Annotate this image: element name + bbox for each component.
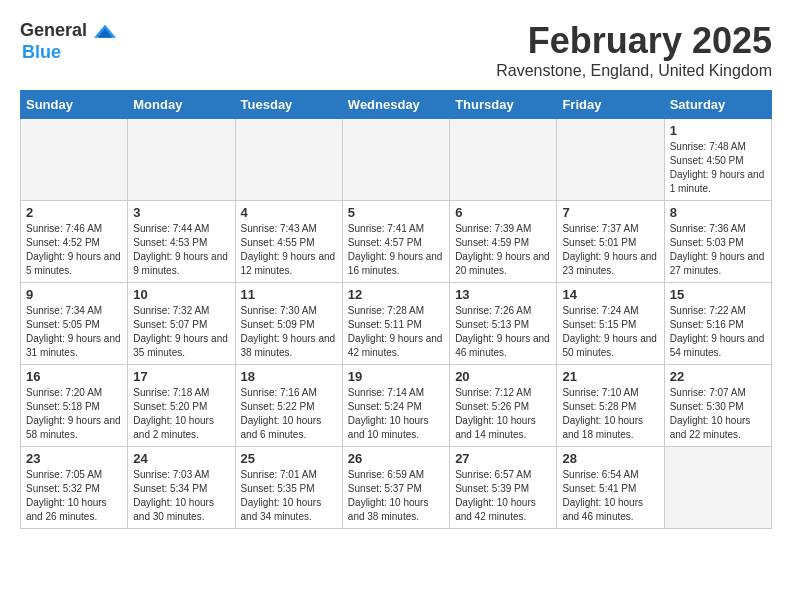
day-info: Sunrise: 7:26 AM Sunset: 5:13 PM Dayligh… [455,304,551,360]
day-number: 11 [241,287,337,302]
month-title: February 2025 [496,20,772,62]
day-number: 9 [26,287,122,302]
calendar-week-4: 23Sunrise: 7:05 AM Sunset: 5:32 PM Dayli… [21,447,772,529]
day-number: 15 [670,287,766,302]
day-number: 25 [241,451,337,466]
calendar-cell [128,119,235,201]
day-number: 1 [670,123,766,138]
day-info: Sunrise: 7:36 AM Sunset: 5:03 PM Dayligh… [670,222,766,278]
calendar-cell: 17Sunrise: 7:18 AM Sunset: 5:20 PM Dayli… [128,365,235,447]
day-info: Sunrise: 6:54 AM Sunset: 5:41 PM Dayligh… [562,468,658,524]
calendar-cell: 23Sunrise: 7:05 AM Sunset: 5:32 PM Dayli… [21,447,128,529]
calendar-cell: 16Sunrise: 7:20 AM Sunset: 5:18 PM Dayli… [21,365,128,447]
day-number: 27 [455,451,551,466]
calendar-cell [664,447,771,529]
day-number: 22 [670,369,766,384]
day-info: Sunrise: 7:05 AM Sunset: 5:32 PM Dayligh… [26,468,122,524]
day-info: Sunrise: 7:03 AM Sunset: 5:34 PM Dayligh… [133,468,229,524]
calendar-cell: 28Sunrise: 6:54 AM Sunset: 5:41 PM Dayli… [557,447,664,529]
day-number: 13 [455,287,551,302]
weekday-row: SundayMondayTuesdayWednesdayThursdayFrid… [21,91,772,119]
day-number: 8 [670,205,766,220]
weekday-header-monday: Monday [128,91,235,119]
calendar-cell: 20Sunrise: 7:12 AM Sunset: 5:26 PM Dayli… [450,365,557,447]
day-info: Sunrise: 7:22 AM Sunset: 5:16 PM Dayligh… [670,304,766,360]
calendar-cell [342,119,449,201]
calendar-cell: 27Sunrise: 6:57 AM Sunset: 5:39 PM Dayli… [450,447,557,529]
day-number: 26 [348,451,444,466]
weekday-header-saturday: Saturday [664,91,771,119]
day-number: 18 [241,369,337,384]
day-number: 7 [562,205,658,220]
calendar-cell: 2Sunrise: 7:46 AM Sunset: 4:52 PM Daylig… [21,201,128,283]
calendar-cell: 8Sunrise: 7:36 AM Sunset: 5:03 PM Daylig… [664,201,771,283]
calendar-cell: 26Sunrise: 6:59 AM Sunset: 5:37 PM Dayli… [342,447,449,529]
calendar-table: SundayMondayTuesdayWednesdayThursdayFrid… [20,90,772,529]
weekday-header-sunday: Sunday [21,91,128,119]
day-info: Sunrise: 7:32 AM Sunset: 5:07 PM Dayligh… [133,304,229,360]
weekday-header-wednesday: Wednesday [342,91,449,119]
calendar-cell: 14Sunrise: 7:24 AM Sunset: 5:15 PM Dayli… [557,283,664,365]
day-info: Sunrise: 7:46 AM Sunset: 4:52 PM Dayligh… [26,222,122,278]
day-info: Sunrise: 7:14 AM Sunset: 5:24 PM Dayligh… [348,386,444,442]
day-number: 19 [348,369,444,384]
day-info: Sunrise: 7:30 AM Sunset: 5:09 PM Dayligh… [241,304,337,360]
calendar-week-0: 1Sunrise: 7:48 AM Sunset: 4:50 PM Daylig… [21,119,772,201]
weekday-header-tuesday: Tuesday [235,91,342,119]
day-number: 28 [562,451,658,466]
title-block: February 2025 Ravenstone, England, Unite… [496,20,772,80]
calendar-header: SundayMondayTuesdayWednesdayThursdayFrid… [21,91,772,119]
day-number: 12 [348,287,444,302]
day-number: 16 [26,369,122,384]
calendar-week-3: 16Sunrise: 7:20 AM Sunset: 5:18 PM Dayli… [21,365,772,447]
day-number: 3 [133,205,229,220]
calendar-cell: 13Sunrise: 7:26 AM Sunset: 5:13 PM Dayli… [450,283,557,365]
calendar-cell: 1Sunrise: 7:48 AM Sunset: 4:50 PM Daylig… [664,119,771,201]
day-number: 17 [133,369,229,384]
day-info: Sunrise: 7:10 AM Sunset: 5:28 PM Dayligh… [562,386,658,442]
day-info: Sunrise: 7:07 AM Sunset: 5:30 PM Dayligh… [670,386,766,442]
calendar-week-1: 2Sunrise: 7:46 AM Sunset: 4:52 PM Daylig… [21,201,772,283]
day-number: 10 [133,287,229,302]
calendar-body: 1Sunrise: 7:48 AM Sunset: 4:50 PM Daylig… [21,119,772,529]
calendar-cell: 3Sunrise: 7:44 AM Sunset: 4:53 PM Daylig… [128,201,235,283]
logo-general: General [20,20,87,40]
calendar-cell [235,119,342,201]
day-number: 21 [562,369,658,384]
calendar-cell [557,119,664,201]
day-number: 24 [133,451,229,466]
day-info: Sunrise: 7:12 AM Sunset: 5:26 PM Dayligh… [455,386,551,442]
calendar-week-2: 9Sunrise: 7:34 AM Sunset: 5:05 PM Daylig… [21,283,772,365]
day-info: Sunrise: 7:43 AM Sunset: 4:55 PM Dayligh… [241,222,337,278]
page-header: General Blue February 2025 Ravenstone, E… [20,20,772,80]
calendar-cell: 10Sunrise: 7:32 AM Sunset: 5:07 PM Dayli… [128,283,235,365]
logo-blue: Blue [22,42,61,62]
location: Ravenstone, England, United Kingdom [496,62,772,80]
logo-icon [94,23,116,41]
day-info: Sunrise: 7:44 AM Sunset: 4:53 PM Dayligh… [133,222,229,278]
day-number: 14 [562,287,658,302]
calendar-cell [450,119,557,201]
calendar-cell: 25Sunrise: 7:01 AM Sunset: 5:35 PM Dayli… [235,447,342,529]
calendar-cell: 4Sunrise: 7:43 AM Sunset: 4:55 PM Daylig… [235,201,342,283]
calendar-cell: 11Sunrise: 7:30 AM Sunset: 5:09 PM Dayli… [235,283,342,365]
calendar-cell: 18Sunrise: 7:16 AM Sunset: 5:22 PM Dayli… [235,365,342,447]
day-number: 4 [241,205,337,220]
calendar-cell: 7Sunrise: 7:37 AM Sunset: 5:01 PM Daylig… [557,201,664,283]
day-info: Sunrise: 7:24 AM Sunset: 5:15 PM Dayligh… [562,304,658,360]
day-number: 2 [26,205,122,220]
day-number: 6 [455,205,551,220]
calendar-cell: 9Sunrise: 7:34 AM Sunset: 5:05 PM Daylig… [21,283,128,365]
day-info: Sunrise: 6:57 AM Sunset: 5:39 PM Dayligh… [455,468,551,524]
calendar-cell: 12Sunrise: 7:28 AM Sunset: 5:11 PM Dayli… [342,283,449,365]
day-number: 23 [26,451,122,466]
calendar-cell: 21Sunrise: 7:10 AM Sunset: 5:28 PM Dayli… [557,365,664,447]
day-info: Sunrise: 7:01 AM Sunset: 5:35 PM Dayligh… [241,468,337,524]
day-number: 5 [348,205,444,220]
calendar-cell: 19Sunrise: 7:14 AM Sunset: 5:24 PM Dayli… [342,365,449,447]
calendar-cell [21,119,128,201]
day-info: Sunrise: 7:39 AM Sunset: 4:59 PM Dayligh… [455,222,551,278]
logo: General Blue [20,20,116,63]
calendar-cell: 6Sunrise: 7:39 AM Sunset: 4:59 PM Daylig… [450,201,557,283]
day-info: Sunrise: 7:37 AM Sunset: 5:01 PM Dayligh… [562,222,658,278]
